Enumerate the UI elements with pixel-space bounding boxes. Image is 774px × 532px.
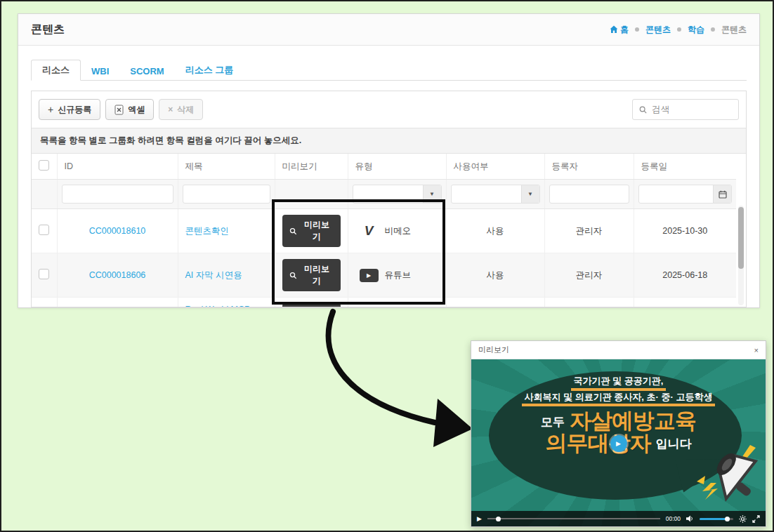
tab-resource-group[interactable]: 리소스 그룹 bbox=[175, 60, 244, 80]
breadcrumb-separator-icon bbox=[635, 27, 639, 32]
type-label: 유튜브 bbox=[385, 270, 412, 281]
annotation-arrow bbox=[300, 305, 475, 448]
registrant: 관리자 bbox=[544, 253, 634, 298]
excel-label: 엑셀 bbox=[128, 104, 145, 116]
thumb-line3-prefix: 모두 bbox=[541, 414, 565, 433]
use-status: 사용 bbox=[446, 298, 544, 308]
excel-export-button[interactable]: 엑셀 bbox=[105, 99, 154, 120]
preview-button-label: 미리보기 bbox=[300, 219, 333, 243]
filter-row: ▼ ▼ bbox=[32, 180, 736, 209]
id-filter-input[interactable] bbox=[62, 185, 173, 204]
search-icon bbox=[639, 105, 647, 114]
new-register-label: 신규등록 bbox=[58, 104, 91, 116]
preview-button-label: 미리보기 bbox=[300, 263, 333, 287]
breadcrumb-separator-icon bbox=[677, 27, 681, 32]
volume-knob[interactable] bbox=[725, 517, 730, 521]
breadcrumb-item-current: 콘텐츠 bbox=[721, 24, 747, 36]
header-row: ID 제목 미리보기 유형 사용여부 등록자 등록일 bbox=[32, 154, 736, 180]
register-date: 2025-06-18 bbox=[634, 253, 736, 298]
table-row: CC000018605 Real World MCP Applications … bbox=[32, 298, 736, 308]
table-row: CC000018610 콘텐츠확인 미리보기 비메오 사용 관리자 bbox=[32, 209, 736, 253]
thumb-line3-main: 자살예방교육 bbox=[570, 410, 696, 433]
column-header-use[interactable]: 사용여부 bbox=[446, 154, 544, 180]
title-filter-input[interactable] bbox=[183, 185, 270, 204]
column-header-id[interactable]: ID bbox=[57, 154, 178, 180]
tab-scorm[interactable]: SCORM bbox=[119, 62, 174, 80]
resource-id-link[interactable]: CC000018606 bbox=[89, 270, 146, 280]
breadcrumb-item-content[interactable]: 콘텐츠 bbox=[645, 24, 671, 36]
resource-title-link[interactable]: Real World MCP Applications & AI Learnin… bbox=[185, 305, 251, 307]
table-scrollbar[interactable] bbox=[738, 206, 744, 305]
thumb-line2: 사회복지 및 의료기관 종사자, 초· 중· 고등학생 bbox=[522, 391, 716, 407]
delete-label: 삭제 bbox=[177, 104, 194, 116]
delete-x-icon: × bbox=[168, 105, 173, 114]
close-icon[interactable]: × bbox=[754, 346, 759, 354]
player-play-icon[interactable]: ▶ bbox=[477, 515, 482, 522]
column-header-date[interactable]: 등록일 bbox=[634, 154, 736, 180]
preview-popup: 미리보기 × 국가기관 및 공공기관, 사회복지 및 의료기관 종사자, 초· … bbox=[471, 340, 766, 527]
tab-resource[interactable]: 리소스 bbox=[31, 60, 81, 81]
plus-icon: + bbox=[48, 104, 53, 115]
row-checkbox[interactable] bbox=[39, 269, 49, 279]
delete-button[interactable]: × 삭제 bbox=[159, 99, 203, 120]
scrollbar-thumb[interactable] bbox=[738, 207, 744, 269]
popup-title: 미리보기 bbox=[478, 345, 509, 355]
thumb-line4-main: 의무대상자 bbox=[546, 432, 651, 455]
search-input[interactable] bbox=[652, 105, 732, 114]
row-checkbox[interactable] bbox=[39, 225, 49, 235]
use-filter-select[interactable]: ▼ bbox=[451, 185, 540, 204]
tab-bar: 리소스 WBI SCORM 리소스 그룹 bbox=[31, 62, 747, 81]
preview-button[interactable]: 미리보기 bbox=[282, 259, 341, 291]
register-date: 2025-10-30 bbox=[634, 209, 736, 253]
calendar-icon[interactable] bbox=[713, 185, 731, 203]
registrant-filter-input[interactable] bbox=[549, 185, 629, 204]
youtube-icon bbox=[360, 269, 379, 282]
resource-id-link[interactable]: CC000018610 bbox=[89, 226, 146, 236]
excel-icon bbox=[114, 105, 124, 115]
column-header-preview[interactable]: 미리보기 bbox=[275, 154, 348, 180]
resource-table: ID 제목 미리보기 유형 사용여부 등록자 등록일 bbox=[32, 154, 736, 307]
resource-title-link[interactable]: AI 자막 시연용 bbox=[185, 270, 242, 280]
chevron-down-icon[interactable]: ▼ bbox=[521, 185, 539, 203]
select-all-checkbox[interactable] bbox=[39, 160, 49, 171]
registrant: 관리자 bbox=[544, 209, 634, 253]
progress-knob[interactable] bbox=[496, 517, 501, 521]
screenshot-page: 콘텐츠 홈 콘텐츠 학습 콘텐츠 리소스 WBI SCORM 리소스 그룹 bbox=[0, 0, 774, 532]
thumb-line1: 국가기관 및 공공기관, bbox=[571, 375, 667, 391]
use-status: 사용 bbox=[446, 253, 544, 298]
content-admin-panel: 콘텐츠 홈 콘텐츠 학습 콘텐츠 리소스 WBI SCORM 리소스 그룹 bbox=[18, 13, 760, 308]
registrant: 관리자 bbox=[544, 298, 634, 308]
type-filter-select[interactable]: ▼ bbox=[353, 185, 442, 204]
group-by-hint: 목록을 항목 별로 그룹화 하려면 항목 컬럼을 여기다 끌어 놓으세요. bbox=[32, 128, 746, 154]
volume-icon[interactable] bbox=[686, 515, 694, 522]
time-display: 00:00 bbox=[666, 515, 681, 522]
preview-button[interactable]: 미리보기 bbox=[282, 303, 341, 307]
volume-slider[interactable] bbox=[700, 518, 733, 520]
megaphone-icon bbox=[695, 439, 763, 510]
resource-grid: + 신규등록 엑셀 × 삭제 bbox=[31, 91, 747, 307]
grid-toolbar: + 신규등록 엑셀 × 삭제 bbox=[32, 91, 746, 128]
breadcrumb: 홈 콘텐츠 학습 콘텐츠 bbox=[610, 24, 747, 36]
page-title: 콘텐츠 bbox=[31, 22, 65, 37]
resource-title-link[interactable]: 콘텐츠확인 bbox=[185, 226, 230, 236]
chevron-down-icon[interactable]: ▼ bbox=[423, 185, 441, 203]
progress-bar[interactable] bbox=[487, 518, 660, 519]
breadcrumb-home[interactable]: 홈 bbox=[610, 24, 629, 36]
settings-gear-icon[interactable] bbox=[739, 515, 747, 523]
date-filter-input[interactable] bbox=[638, 185, 733, 204]
table-row: CC000018606 AI 자막 시연용 미리보기 유튜브 사용 관리자 bbox=[32, 253, 736, 298]
breadcrumb-item-learning[interactable]: 학습 bbox=[688, 24, 704, 36]
preview-button[interactable]: 미리보기 bbox=[282, 215, 341, 247]
register-date: 2025-06-18 bbox=[634, 298, 736, 308]
thumb-line4-suffix: 입니다 bbox=[656, 436, 692, 455]
column-header-title[interactable]: 제목 bbox=[178, 154, 275, 180]
breadcrumb-separator-icon bbox=[711, 27, 715, 32]
column-header-registrant[interactable]: 등록자 bbox=[544, 154, 634, 180]
new-register-button[interactable]: + 신규등록 bbox=[39, 99, 100, 120]
play-button[interactable]: ▶ bbox=[610, 435, 627, 452]
fullscreen-icon[interactable] bbox=[752, 515, 760, 523]
column-header-type[interactable]: 유형 bbox=[348, 154, 446, 180]
panel-body: 리소스 WBI SCORM 리소스 그룹 + 신규등록 bbox=[18, 46, 759, 314]
video-player[interactable]: 국가기관 및 공공기관, 사회복지 및 의료기관 종사자, 초· 중· 고등학생… bbox=[471, 359, 766, 526]
tab-wbi[interactable]: WBI bbox=[81, 62, 119, 80]
